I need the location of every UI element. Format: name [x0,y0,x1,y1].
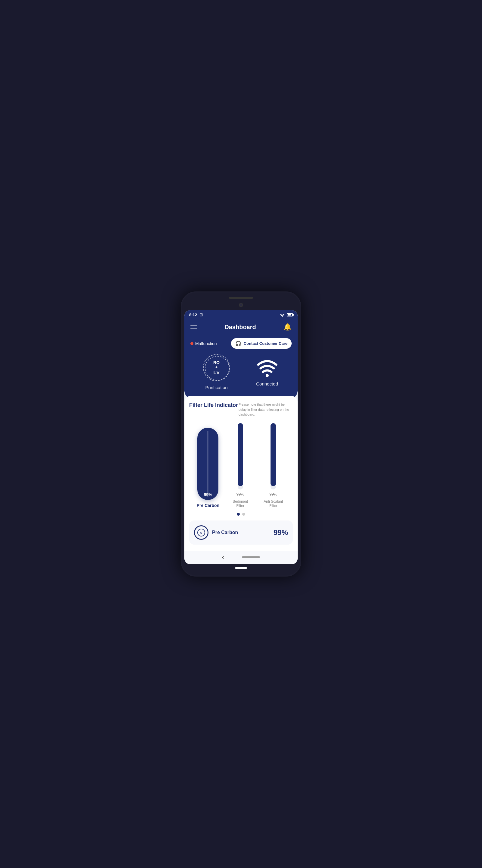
filter-item-precarbon: 99% Pre Carbon [197,428,219,508]
time-display: 8:12 [189,313,197,317]
pre-carbon-circle-icon: C [194,525,208,540]
pre-carbon-preview[interactable]: C Pre Carbon 99% [189,521,293,545]
bar-percent-sediment: 99% [236,492,244,496]
filter-item-sediment: 99% Sediment Filter [228,423,252,508]
bar-small-antiscalant [270,423,276,490]
bar-percent-antiscalant: 99% [269,492,277,496]
pre-carbon-name: Pre Carbon [212,530,238,535]
bar-track [207,431,208,497]
status-bar-left: 8:12 ⊡ [189,313,203,317]
phone-bottom [184,564,298,571]
page-title: Dashboard [224,324,256,331]
bar-fill-antiscalant [270,423,276,486]
blue-section: Malfunction 🎧 Contact Customer Care [184,335,298,399]
top-bar: Dashboard 🔔 [184,319,298,335]
dot-2[interactable] [242,513,245,516]
bar-fill-sediment [238,423,243,486]
bar-small-sediment [238,423,243,490]
filter-circle-icon: C [197,528,206,537]
pre-carbon-left: C Pre Carbon [194,525,238,540]
svg-text:C: C [200,531,202,534]
bottom-bar [235,567,247,569]
wifi-big-icon [255,358,279,378]
pagination-dots [189,513,293,516]
headphone-icon: 🎧 [235,341,241,346]
dashed-circle-svg [204,355,231,382]
malfunction-badge: Malfunction [190,341,217,346]
phone-camera [239,303,243,307]
red-dot [190,342,193,345]
phone-speaker [229,297,253,299]
bar-percent-precarbon: 99% [204,492,212,497]
filter-note: Please note that there might be delay in… [238,402,293,417]
contact-button-label: Contact Customer Care [244,341,287,346]
wifi-connected-icon [255,358,279,378]
pre-carbon-percent: 99% [274,528,288,537]
ro-purification-card[interactable]: RO + UV Purification [203,354,230,390]
filter-title: Filter Life Indicator [189,402,238,408]
status-bar: 8:12 ⊡ [184,310,298,319]
screen-icon: ⊡ [199,313,203,317]
wifi-icon-status [280,313,285,317]
dot-1[interactable] [237,513,240,516]
battery-icon [287,313,293,316]
bell-icon[interactable]: 🔔 [284,323,292,331]
purification-label: Purification [205,385,227,390]
filter-name-antiscalant: Anti Scalant Filter [261,499,285,508]
connected-label: Connected [256,381,278,386]
svg-point-1 [266,374,269,377]
filter-header: Filter Life Indicator Please note that t… [189,402,293,417]
status-bar-right [280,313,293,317]
filter-name-precarbon: Pre Carbon [197,503,219,508]
filter-item-antiscalant: 99% Anti Scalant Filter [261,423,285,508]
nav-bar: ‹ [184,551,298,564]
phone-screen: 8:12 ⊡ Dashboard 🔔 [184,310,298,564]
menu-button[interactable] [190,325,197,329]
bar-large-precarbon: 99% [197,428,218,500]
ro-circle: RO + UV [203,354,230,381]
white-section: Filter Life Indicator Please note that t… [184,396,298,551]
svg-point-0 [205,356,229,380]
status-cards: RO + UV Purification [190,354,292,390]
action-row: Malfunction 🎧 Contact Customer Care [190,338,292,349]
malfunction-label: Malfunction [195,341,217,346]
back-button[interactable]: ‹ [222,554,224,561]
connected-card[interactable]: Connected [255,358,279,386]
filter-name-sediment: Sediment Filter [228,499,252,508]
contact-customer-care-button[interactable]: 🎧 Contact Customer Care [231,338,292,349]
filter-bars: 99% Pre Carbon 99% Sediment Filter [189,423,293,508]
home-bar[interactable] [242,556,260,558]
